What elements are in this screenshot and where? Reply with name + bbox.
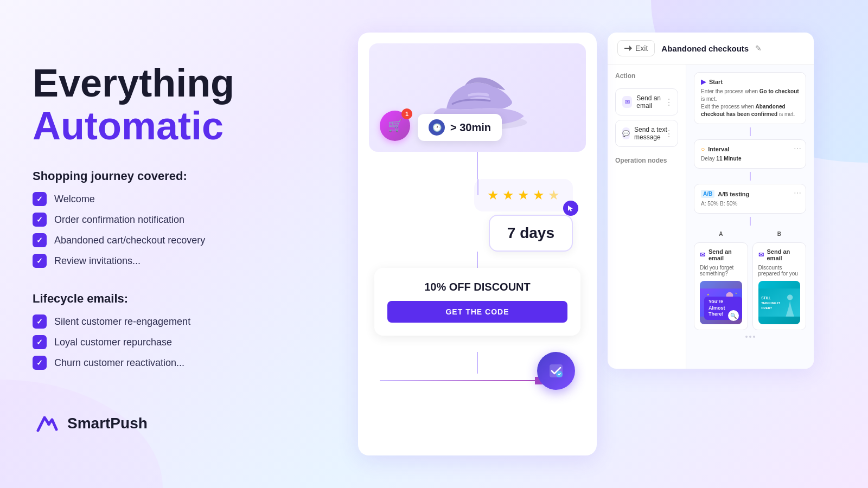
interval-node-body: Delay 11 Minute [701, 155, 799, 163]
email-preview-a: ✉ Send an email Did you forget something… [694, 242, 748, 330]
list-item: Churn customer reactivation... [33, 356, 336, 370]
days-bubble: 7 days [489, 215, 573, 252]
list-item: Order confirmation notification [33, 213, 336, 227]
product-card: 🛒 1 🕐 > 30min ★ ★ ★ [358, 33, 597, 455]
email-a-icon: ✉ [700, 251, 705, 259]
svg-text:THINKING IT: THINKING IT [761, 301, 780, 305]
star-4: ★ [533, 188, 545, 203]
check-icon [33, 254, 47, 268]
cart-badge: 🛒 1 [380, 111, 410, 141]
interval-dots[interactable]: ⋯ [794, 144, 801, 153]
days-text: 7 days [507, 224, 554, 241]
wf-dots-bottom [694, 333, 806, 340]
email-b-title: ✉ Send an email [758, 248, 801, 261]
ops-label: Operation nodes [615, 157, 678, 164]
shopping-journey-label: Shopping journey covered: [33, 169, 336, 183]
list-item: Loyal customer repurchase [33, 335, 336, 349]
connector-2 [750, 172, 751, 181]
start-node-body: Enter the process when Go to checkout is… [701, 88, 799, 118]
svg-text:STILL: STILL [761, 296, 771, 300]
email-b-subtitle: Discounts prepared for you [758, 265, 801, 277]
email-action-icon: ✉ [622, 96, 632, 108]
svg-rect-4 [624, 48, 629, 49]
confirm-circle [537, 352, 575, 390]
email-preview-img-b: STILL THINKING IT OVER? [758, 281, 801, 324]
confirm-icon [547, 362, 565, 380]
workflow-canvas: ▶ Start Enter the process when Go to che… [686, 65, 814, 369]
svg-point-0 [47, 422, 50, 426]
ab-col-b: B ✉ Send an email Discounts prepared for… [752, 229, 807, 330]
ab-label-a: A [694, 229, 748, 239]
discount-title: 10% OFF DISCOUNT [387, 281, 567, 293]
ab-icon: A/B [701, 190, 714, 198]
list-item-text: Review invitations... [54, 255, 141, 267]
zoom-button-a[interactable]: 🔍 [728, 310, 739, 321]
list-item-text: Loyal customer repurchase [54, 337, 172, 348]
exit-icon [624, 44, 632, 52]
start-label: Start [709, 79, 723, 85]
email-a-title: ✉ Send an email [700, 248, 742, 261]
flow-connector-mid [369, 252, 586, 268]
logo-text: SmartPush [67, 415, 148, 432]
ab-label-b: B [752, 229, 807, 239]
edit-icon[interactable]: ✎ [755, 44, 762, 53]
shoe-section: 🛒 1 🕐 > 30min [369, 43, 586, 152]
connector-1 [750, 127, 751, 136]
email-a-subtitle: Did you forget something? [700, 265, 742, 277]
dot-3 [753, 336, 755, 338]
get-code-button[interactable]: GET THE CODE [387, 301, 567, 323]
ab-node: A/B A/B testing A: 50% B: 50% ⋯ [694, 184, 806, 214]
workflow-panel: Exit Abandoned checkouts ✎ Action ✉ Send… [608, 33, 814, 369]
exit-button[interactable]: Exit [617, 40, 655, 56]
send-email-action[interactable]: ✉ Send an email ⋮ [615, 88, 678, 115]
star-2: ★ [502, 188, 514, 203]
star-1: ★ [487, 188, 499, 203]
sms-action-icon: 💬 [622, 127, 630, 139]
confirm-circle-wrapper [537, 352, 575, 390]
center-v-line [477, 179, 478, 195]
svg-text:★: ★ [735, 292, 737, 294]
connector-3 [750, 217, 751, 226]
cursor-dot [563, 201, 578, 216]
interval-label: Interval [708, 146, 729, 152]
cart-notification: 1 [401, 108, 412, 119]
exit-label: Exit [635, 44, 648, 53]
h-line [380, 380, 535, 381]
list-item-text: Churn customer reactivation... [54, 357, 184, 369]
main-container: Everything Automatic Shopping journey co… [0, 0, 868, 488]
flow-connector-top [369, 152, 586, 179]
send-sms-action[interactable]: 💬 Send a text message ⋮ [615, 120, 678, 147]
start-node-title: ▶ Start [701, 78, 799, 86]
rating-card: ★ ★ ★ ★ ★ [474, 179, 573, 211]
discount-card: 10% OFF DISCOUNT GET THE CODE [374, 268, 580, 336]
svg-point-13 [787, 294, 792, 300]
list-item: Welcome [33, 192, 336, 206]
email-preview-b: ✉ Send an email Discounts prepared for y… [752, 242, 807, 330]
lifecycle-label: Lifecycle emails: [33, 292, 336, 306]
vertical-line-mid [477, 252, 478, 268]
check-icon [33, 314, 47, 329]
bottom-flow [369, 341, 586, 384]
list-item: Abandoned cart/checkout recovery [33, 233, 336, 247]
dot-2 [749, 336, 751, 338]
ab-split: A ✉ Send an email Did you forget somethi… [694, 229, 806, 330]
list-item-text: Welcome [54, 194, 95, 205]
action-dots-1[interactable]: ⋮ [665, 97, 673, 107]
action-dots-2[interactable]: ⋮ [665, 129, 673, 139]
start-icon: ▶ [701, 78, 706, 86]
ab-col-a: A ✉ Send an email Did you forget somethi… [694, 229, 748, 330]
check-icon [33, 335, 47, 349]
list-item: Review invitations... [33, 254, 336, 268]
shopping-journey-list: Welcome Order confirmation notification … [33, 192, 336, 274]
cursor-icon [567, 204, 575, 212]
check-icon [33, 213, 47, 227]
ab-dots[interactable]: ⋯ [794, 189, 801, 197]
ab-node-body: A: 50% B: 50% [701, 200, 799, 208]
action-section-label: Action [615, 72, 678, 80]
star-5-half: ★ [548, 188, 560, 203]
start-node: ▶ Start Enter the process when Go to che… [694, 72, 806, 124]
interval-node: ○ Interval Delay 11 Minute ⋯ [694, 139, 806, 169]
left-panel: Everything Automatic Shopping journey co… [33, 27, 336, 461]
star-3: ★ [518, 188, 529, 203]
workflow-title: Abandoned checkouts [661, 44, 749, 53]
